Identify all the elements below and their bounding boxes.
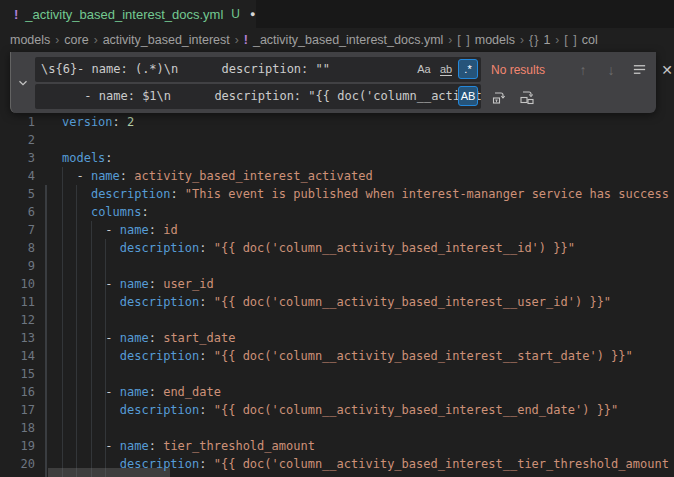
- toggle-replace-chevron-icon[interactable]: [14, 74, 32, 92]
- breadcrumb-item-1[interactable]: {}1: [529, 33, 550, 47]
- line-number: 4: [0, 167, 35, 185]
- symbol-icon: {}: [529, 33, 539, 47]
- tab-filename: _activity_based_interest_docs.yml: [25, 7, 223, 22]
- breadcrumb-separator: ›: [55, 33, 59, 47]
- match-case-toggle[interactable]: Aa: [414, 59, 434, 79]
- code-token: user_id: [163, 277, 214, 291]
- code-token: [62, 349, 120, 363]
- code-token: "This event is published when interest-m…: [185, 187, 669, 201]
- symbol-icon: [ ]: [457, 33, 470, 47]
- code-token: -: [62, 331, 120, 345]
- code-token: name: [120, 385, 149, 399]
- code-token: :: [199, 295, 213, 309]
- breadcrumb-item-core[interactable]: core: [64, 33, 88, 47]
- code-token: "{{ doc('column__activity_based_interest…: [214, 349, 633, 363]
- previous-match-icon[interactable]: ↑: [573, 60, 593, 80]
- breadcrumb-label: activity_based_interest: [103, 33, 230, 47]
- replace-input[interactable]: - name: $1\n description: "{{ doc('colum…: [35, 84, 481, 109]
- next-match-icon[interactable]: ↓: [601, 60, 621, 80]
- code-line-18[interactable]: [62, 419, 669, 437]
- code-token: version: [62, 115, 113, 129]
- code-token: name: [120, 439, 149, 453]
- replace-one-icon[interactable]: [489, 87, 509, 107]
- code-line-5[interactable]: description: "This event is published wh…: [62, 185, 669, 203]
- code-token: [62, 205, 91, 219]
- breadcrumb-item-activity_based_interest[interactable]: activity_based_interest: [103, 33, 230, 47]
- code-line-14[interactable]: description: "{{ doc('column__activity_b…: [62, 347, 669, 365]
- code-token: "{{ doc('column__activity_based_interest…: [214, 295, 611, 309]
- line-number: 10: [0, 275, 35, 293]
- code-token: name: [120, 277, 149, 291]
- line-number: 20: [0, 455, 35, 473]
- code-line-12[interactable]: [62, 311, 669, 329]
- code-token: activity_based_interest_activated: [134, 169, 372, 183]
- find-replace-widget: \s{6}- name: (.*)\n description: "" Aa a…: [10, 52, 656, 113]
- code-line-8[interactable]: description: "{{ doc('column__activity_b…: [62, 239, 669, 257]
- code-line-1[interactable]: version: 2: [62, 113, 669, 131]
- code-line-2[interactable]: [62, 131, 669, 149]
- line-number: 6: [0, 203, 35, 221]
- line-number: 19: [0, 437, 35, 455]
- breadcrumb-item-models[interactable]: [ ]models: [457, 33, 515, 47]
- code-line-9[interactable]: [62, 257, 669, 275]
- preserve-case-toggle[interactable]: AB: [458, 86, 478, 106]
- code-line-19[interactable]: - name: tier_threshold_amount: [62, 437, 669, 455]
- tab-active-file[interactable]: ! _activity_based_interest_docs.yml U ●: [0, 0, 256, 28]
- code-line-11[interactable]: description: "{{ doc('column__activity_b…: [62, 293, 669, 311]
- code-token: [62, 403, 120, 417]
- code-token: 2: [127, 115, 134, 129]
- replace-all-icon[interactable]: [517, 87, 537, 107]
- line-number: 1: [0, 113, 35, 131]
- code-token: tier_threshold_amount: [163, 439, 315, 453]
- code-token: :: [105, 151, 112, 165]
- regex-toggle[interactable]: .*: [458, 59, 478, 79]
- breadcrumb-item-models[interactable]: models: [10, 33, 50, 47]
- unsaved-changes-icon[interactable]: ●: [250, 9, 255, 19]
- code-token: -: [62, 277, 120, 291]
- breadcrumb-separator: ›: [448, 33, 452, 47]
- breadcrumb-label: models: [10, 33, 50, 47]
- code-token: :: [149, 385, 163, 399]
- file-error-icon: !: [14, 7, 18, 22]
- quick-diff-decoration: [45, 185, 47, 477]
- breadcrumb-label: 1: [543, 33, 550, 47]
- code-line-7[interactable]: - name: id: [62, 221, 669, 239]
- line-number: 18: [0, 419, 35, 437]
- find-input[interactable]: \s{6}- name: (.*)\n description: "" Aa a…: [35, 57, 481, 82]
- code-token: :: [149, 331, 163, 345]
- line-number-gutter: 1234567891011121314151617181920: [0, 113, 35, 473]
- breadcrumb-separator: ›: [520, 33, 524, 47]
- find-in-selection-icon[interactable]: [629, 60, 649, 80]
- code-line-6[interactable]: columns:: [62, 203, 669, 221]
- code-line-4[interactable]: - name: activity_based_interest_activate…: [62, 167, 669, 185]
- line-number: 17: [0, 401, 35, 419]
- code-line-20[interactable]: description: "{{ doc('column__activity_b…: [62, 455, 669, 473]
- line-number: 15: [0, 365, 35, 383]
- code-line-17[interactable]: description: "{{ doc('column__activity_b…: [62, 401, 669, 419]
- code-token: "{{ doc('column__activity_based_interest…: [214, 457, 669, 471]
- whole-word-toggle[interactable]: ab: [436, 59, 456, 79]
- code-token: :: [141, 205, 148, 219]
- breadcrumb-label: models: [475, 33, 515, 47]
- breadcrumb-item-_activity_based_interest_docs.yml[interactable]: !_activity_based_interest_docs.yml: [244, 33, 444, 47]
- line-number: 16: [0, 383, 35, 401]
- code-token: name: [120, 331, 149, 345]
- code-line-15[interactable]: [62, 365, 669, 383]
- code-token: :: [199, 241, 213, 255]
- code-line-10[interactable]: - name: user_id: [62, 275, 669, 293]
- code-token: :: [199, 457, 213, 471]
- close-icon[interactable]: ✕: [657, 60, 674, 80]
- breadcrumb-item-col[interactable]: [ ]col: [564, 33, 597, 47]
- line-number: 9: [0, 257, 35, 275]
- code-line-16[interactable]: - name: end_date: [62, 383, 669, 401]
- tab-bar: ! _activity_based_interest_docs.yml U ●: [0, 0, 674, 28]
- code-token: end_date: [163, 385, 221, 399]
- code-token: [62, 187, 91, 201]
- code-line-3[interactable]: models:: [62, 149, 669, 167]
- code-content[interactable]: version: 2models: - name: activity_based…: [62, 113, 669, 473]
- code-token: name: [91, 169, 120, 183]
- find-input-value: \s{6}- name: (.*)\n description: "": [41, 57, 330, 82]
- code-line-13[interactable]: - name: start_date: [62, 329, 669, 347]
- code-token: columns: [91, 205, 142, 219]
- code-token: [62, 295, 120, 309]
